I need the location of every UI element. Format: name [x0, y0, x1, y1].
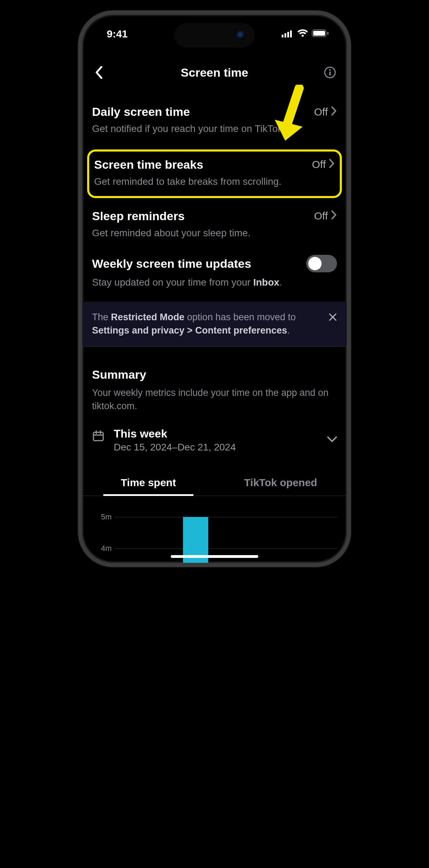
svg-rect-2 [287, 32, 289, 37]
row-subtitle: Get reminded about your sleep time. [92, 226, 337, 240]
dynamic-island [174, 23, 255, 48]
notice-close-button[interactable] [329, 311, 337, 324]
row-value: Off [314, 106, 328, 118]
row-title: Sleep reminders [92, 209, 185, 223]
weekly-updates-toggle[interactable] [306, 255, 337, 272]
row-sleep-reminders[interactable]: Sleep reminders Off Get reminded about y… [82, 203, 347, 249]
row-daily-screen-time[interactable]: Daily screen time Off Get notified if yo… [82, 99, 347, 145]
summary-section: Summary Your weekly metrics include your… [82, 347, 347, 413]
row-value: Off [312, 159, 326, 170]
back-button[interactable] [92, 65, 106, 79]
phone-frame: 9:41 Screen time [78, 10, 351, 567]
row-subtitle: Stay updated on your time from your Inbo… [92, 276, 337, 289]
row-subtitle: Get reminded to take breaks from scrolli… [94, 175, 335, 188]
chevron-right-icon [331, 210, 337, 222]
week-label: This week [114, 427, 236, 440]
y-tick-label: 5m [92, 512, 112, 522]
metric-tabs: Time spent TikTok opened [82, 470, 347, 496]
chevron-right-icon [329, 159, 335, 170]
front-camera [237, 31, 246, 40]
calendar-icon [92, 429, 106, 443]
svg-rect-5 [313, 31, 325, 36]
restricted-mode-notice: The Restricted Mode option has been move… [82, 302, 347, 346]
chevron-right-icon [331, 106, 337, 118]
toggle-knob [308, 257, 322, 270]
home-indicator[interactable] [171, 555, 258, 558]
grid-line [114, 548, 337, 549]
chart-bar [183, 517, 208, 567]
row-subtitle: Get notified if you reach your time on T… [92, 122, 337, 135]
row-screen-time-breaks[interactable]: Screen time breaks Off Get reminded to t… [87, 149, 342, 198]
page-title: Screen time [82, 66, 347, 79]
svg-rect-6 [327, 32, 329, 35]
svg-rect-3 [290, 30, 292, 37]
summary-heading: Summary [92, 368, 337, 382]
row-title: Screen time breaks [94, 158, 203, 172]
summary-description: Your weekly metrics include your time on… [92, 386, 337, 413]
svg-rect-10 [93, 432, 103, 441]
nav-header: Screen time [82, 60, 347, 85]
svg-rect-1 [284, 33, 286, 37]
info-button[interactable] [323, 65, 337, 79]
row-title: Weekly screen time updates [92, 257, 251, 271]
row-weekly-updates: Weekly screen time updates Stay updated … [82, 248, 347, 298]
week-range: Dec 15, 2024–Dec 21, 2024 [114, 442, 236, 453]
tab-time-spent[interactable]: Time spent [82, 470, 215, 496]
status-time: 9:41 [107, 28, 128, 40]
row-title: Daily screen time [92, 105, 190, 119]
week-selector[interactable]: This week Dec 15, 2024–Dec 21, 2024 [82, 413, 347, 453]
chevron-down-icon [327, 436, 337, 444]
svg-point-8 [329, 69, 331, 71]
time-spent-chart: 5m 4m 3m [92, 517, 337, 567]
svg-rect-0 [282, 35, 283, 37]
grid-line [114, 517, 337, 517]
y-tick-label: 4m [92, 544, 112, 553]
cellular-icon [282, 28, 294, 40]
svg-rect-9 [329, 71, 331, 76]
row-value: Off [314, 210, 328, 222]
wifi-icon [297, 28, 308, 40]
notice-text: The Restricted Mode option has been move… [92, 311, 322, 337]
battery-icon [312, 28, 329, 40]
tab-tiktok-opened[interactable]: TikTok opened [215, 470, 347, 496]
screen-content: Screen time Daily screen time Off [82, 15, 347, 563]
